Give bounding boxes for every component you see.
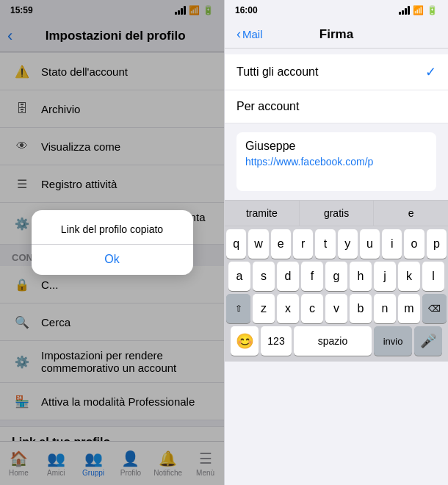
- key-c[interactable]: c: [301, 294, 323, 323]
- key-e[interactable]: e: [271, 229, 291, 259]
- key-x[interactable]: x: [277, 294, 299, 323]
- dialog-message: Link del profilo copiato: [32, 210, 193, 244]
- key-f[interactable]: f: [301, 262, 323, 291]
- key-m[interactable]: m: [398, 294, 420, 323]
- keyboard-row-2: a s d f g h j k l: [226, 262, 447, 291]
- chevron-left-icon: ‹: [236, 26, 241, 42]
- key-s[interactable]: s: [253, 262, 275, 291]
- battery-icon-right: 🔋: [427, 5, 438, 15]
- key-l[interactable]: l: [422, 262, 444, 291]
- keyboard-bottom-row: 😊 123 spazio invio 🎤: [226, 326, 447, 356]
- suggestion-tramite[interactable]: tramite: [225, 201, 300, 226]
- back-button-right[interactable]: ‹ Mail: [236, 26, 263, 42]
- header-right: ‹ Mail Firma: [225, 21, 448, 48]
- mic-key[interactable]: 🎤: [414, 326, 442, 356]
- send-key[interactable]: invio: [374, 326, 412, 356]
- key-i[interactable]: i: [382, 229, 402, 259]
- key-r[interactable]: r: [293, 229, 313, 259]
- shift-key[interactable]: ⇧: [226, 294, 250, 323]
- key-z[interactable]: z: [253, 294, 275, 323]
- key-v[interactable]: v: [325, 294, 347, 323]
- dialog-box: Link del profilo copiato Ok: [32, 210, 193, 276]
- status-bar-right: 16:00 📶 🔋: [225, 0, 448, 21]
- right-panel: 16:00 📶 🔋 ‹ Mail Firma Tutti gli account…: [224, 0, 448, 485]
- firma-per-account[interactable]: Per account: [225, 90, 448, 123]
- key-u[interactable]: u: [360, 229, 380, 259]
- firma-list: Tutti gli account ✓ Per account: [225, 54, 448, 123]
- backspace-key[interactable]: ⌫: [422, 294, 447, 323]
- suggestion-e[interactable]: e: [374, 201, 448, 226]
- dialog-ok-button[interactable]: Ok: [32, 244, 193, 275]
- key-w[interactable]: w: [248, 229, 268, 259]
- key-j[interactable]: j: [374, 262, 396, 291]
- key-k[interactable]: k: [398, 262, 420, 291]
- suggestion-gratis[interactable]: gratis: [300, 201, 375, 226]
- key-h[interactable]: h: [350, 262, 372, 291]
- key-b[interactable]: b: [350, 294, 372, 323]
- key-p[interactable]: p: [427, 229, 447, 259]
- firma-per-account-label: Per account: [236, 100, 436, 113]
- firma-all-accounts[interactable]: Tutti gli account ✓: [225, 54, 448, 90]
- space-key[interactable]: spazio: [294, 326, 372, 356]
- dialog-overlay: Link del profilo copiato Ok: [0, 0, 224, 485]
- key-a[interactable]: a: [228, 262, 250, 291]
- key-n[interactable]: n: [374, 294, 396, 323]
- keyboard-suggestions: tramite gratis e: [225, 200, 448, 226]
- wifi-icon-right: 📶: [413, 5, 424, 15]
- keyboard-row-3: ⇧ z x c v b n m ⌫: [226, 294, 447, 323]
- keyboard: q w e r t y u i o p a s d f g h j k l ⇧ …: [225, 226, 448, 362]
- signature-box[interactable]: Giuseppe https://www.facebook.com/p: [236, 132, 436, 191]
- back-label-right: Mail: [242, 28, 263, 40]
- left-panel: 15:59 📶 🔋 ‹ Impostazioni del profilo ⚠️ …: [0, 0, 224, 485]
- signature-name: Giuseppe: [245, 140, 427, 153]
- keyboard-row-1: q w e r t y u i o p: [226, 229, 447, 259]
- firma-all-accounts-label: Tutti gli account: [236, 65, 425, 79]
- signature-link: https://www.facebook.com/p: [245, 156, 427, 168]
- key-t[interactable]: t: [315, 229, 335, 259]
- key-d[interactable]: d: [277, 262, 299, 291]
- page-title-right: Firma: [319, 27, 353, 42]
- key-g[interactable]: g: [325, 262, 347, 291]
- key-q[interactable]: q: [226, 229, 246, 259]
- signal-icon-right: [399, 6, 410, 15]
- status-icons-right: 📶 🔋: [399, 5, 438, 15]
- checkmark-icon: ✓: [425, 64, 436, 80]
- key-o[interactable]: o: [404, 229, 424, 259]
- time-right: 16:00: [235, 5, 258, 15]
- num-key[interactable]: 123: [261, 326, 292, 356]
- emoji-key[interactable]: 😊: [231, 326, 259, 356]
- key-y[interactable]: y: [338, 229, 358, 259]
